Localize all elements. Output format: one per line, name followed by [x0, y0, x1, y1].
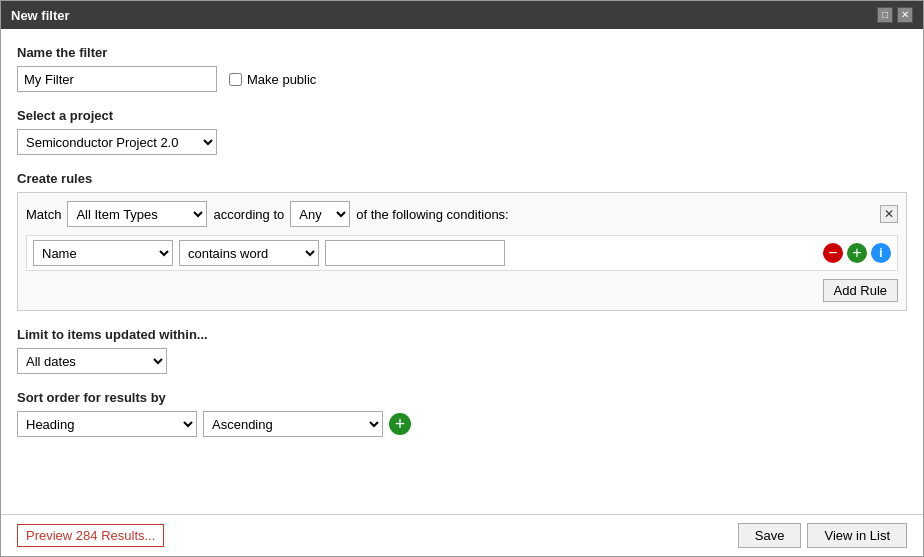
project-select[interactable]: Semiconductor Project 2.0 Other Project: [17, 129, 217, 155]
close-button[interactable]: ✕: [897, 7, 913, 23]
match-label: Match: [26, 207, 61, 222]
make-public-label: Make public: [247, 72, 316, 87]
make-public-wrapper: Make public: [229, 72, 316, 87]
conditions-label: of the following conditions:: [356, 207, 508, 222]
sort-section: Sort order for results by Heading Name S…: [17, 390, 907, 437]
dialog-title: New filter: [11, 8, 70, 23]
new-filter-dialog: New filter □ ✕ Name the filter Make publ…: [0, 0, 924, 557]
any-select[interactable]: Any All: [290, 201, 350, 227]
rule-field-select[interactable]: Name Status Priority Assignee: [33, 240, 173, 266]
sort-field-select[interactable]: Heading Name Status Priority: [17, 411, 197, 437]
filter-name-row: Make public: [17, 66, 907, 92]
match-row: Match All Item Types Bug Feature Task ac…: [26, 201, 898, 227]
remove-rule-button[interactable]: −: [823, 243, 843, 263]
sort-row: Heading Name Status Priority Ascending D…: [17, 411, 907, 437]
rules-section: Create rules Match All Item Types Bug Fe…: [17, 171, 907, 311]
preview-results-button[interactable]: Preview 284 Results...: [17, 524, 164, 547]
rules-container: Match All Item Types Bug Feature Task ac…: [17, 192, 907, 311]
sort-label: Sort order for results by: [17, 390, 907, 405]
add-rule-button[interactable]: +: [847, 243, 867, 263]
close-rules-button[interactable]: ✕: [880, 205, 898, 223]
dialog-footer: Preview 284 Results... Save View in List: [1, 514, 923, 556]
add-sort-button[interactable]: +: [389, 413, 411, 435]
project-section: Select a project Semiconductor Project 2…: [17, 108, 907, 155]
title-bar: New filter □ ✕: [1, 1, 923, 29]
footer-right: Save View in List: [738, 523, 907, 548]
filter-name-label: Name the filter: [17, 45, 907, 60]
according-to-label: according to: [213, 207, 284, 222]
view-in-list-button[interactable]: View in List: [807, 523, 907, 548]
rule-value-input[interactable]: [325, 240, 505, 266]
project-label: Select a project: [17, 108, 907, 123]
filter-name-input[interactable]: [17, 66, 217, 92]
rule-row: Name Status Priority Assignee contains w…: [26, 235, 898, 271]
sort-direction-select[interactable]: Ascending Descending: [203, 411, 383, 437]
rule-icons: − + i: [823, 243, 891, 263]
dialog-body: Name the filter Make public Select a pro…: [1, 29, 923, 514]
minimize-button[interactable]: □: [877, 7, 893, 23]
add-rule-row: Add Rule: [26, 279, 898, 302]
add-rule-button-main[interactable]: Add Rule: [823, 279, 898, 302]
item-types-select[interactable]: All Item Types Bug Feature Task: [67, 201, 207, 227]
save-button[interactable]: Save: [738, 523, 802, 548]
rules-label: Create rules: [17, 171, 907, 186]
title-bar-controls: □ ✕: [877, 7, 913, 23]
filter-name-section: Name the filter Make public: [17, 45, 907, 92]
make-public-checkbox[interactable]: [229, 73, 242, 86]
info-rule-button[interactable]: i: [871, 243, 891, 263]
limit-section: Limit to items updated within... All dat…: [17, 327, 907, 374]
dates-select[interactable]: All dates Last 7 days Last 30 days Last …: [17, 348, 167, 374]
rule-condition-select[interactable]: contains word contains does not contain …: [179, 240, 319, 266]
limit-label: Limit to items updated within...: [17, 327, 907, 342]
